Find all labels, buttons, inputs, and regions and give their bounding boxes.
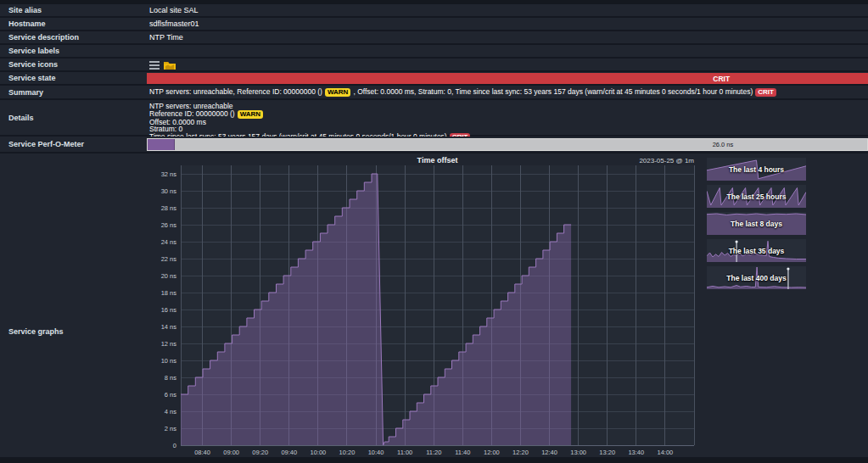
svg-text:08:40: 08:40 bbox=[194, 449, 210, 456]
svg-text:4 ns: 4 ns bbox=[165, 408, 176, 416]
row-summary: Summary NTP servers: unreachable, Refere… bbox=[0, 86, 868, 100]
svg-text:12:00: 12:00 bbox=[484, 449, 500, 456]
row-site-alias: Site alias Local site SAL bbox=[0, 4, 868, 18]
perf-o-meter-value: 26.0 ns bbox=[713, 139, 734, 150]
svg-text:11:00: 11:00 bbox=[397, 449, 412, 456]
svg-text:13:40: 13:40 bbox=[628, 449, 644, 456]
chart-date-range: 2023-05-25 @ 1m bbox=[639, 157, 694, 165]
folder-icon[interactable] bbox=[164, 60, 176, 70]
warn-badge: WARN bbox=[325, 88, 350, 97]
row-service-graphs: Service graphs Time offset 2023-05-25 @ … bbox=[0, 153, 868, 459]
svg-text:22 ns: 22 ns bbox=[161, 255, 177, 263]
thumbnail-last-25-hours[interactable]: The last 25 hours bbox=[707, 185, 806, 208]
svg-text:13:00: 13:00 bbox=[570, 449, 586, 456]
thumbnail-last-4-hours[interactable]: The last 4 hours bbox=[707, 158, 806, 181]
row-hostname: Hostname sdflsfmaster01 bbox=[0, 18, 868, 31]
hostname-value: sdflsfmaster01 bbox=[149, 18, 866, 30]
row-perfometer: Service Perf-O-Meter 26.0 ns bbox=[0, 137, 868, 153]
svg-text:12:20: 12:20 bbox=[512, 449, 529, 456]
svg-text:2 ns: 2 ns bbox=[165, 425, 176, 432]
row-service-labels: Service labels bbox=[0, 45, 868, 59]
svg-text:09:00: 09:00 bbox=[223, 449, 239, 456]
service-state-label: Service state bbox=[8, 72, 56, 84]
svg-text:18 ns: 18 ns bbox=[161, 289, 177, 297]
perf-o-meter-fill bbox=[148, 139, 175, 150]
service-labels-value bbox=[149, 45, 866, 57]
details-line: Offset: 0.0000 ms bbox=[149, 119, 473, 126]
svg-text:10:40: 10:40 bbox=[368, 449, 384, 456]
details-label: Details bbox=[8, 100, 34, 135]
svg-text:09:20: 09:20 bbox=[252, 449, 268, 456]
svg-text:14:00: 14:00 bbox=[658, 449, 674, 456]
summary-label: Summary bbox=[8, 86, 43, 98]
row-service-state: Service state CRIT bbox=[0, 72, 868, 86]
crit-badge: CRIT bbox=[755, 88, 776, 97]
details-text: NTP servers: unreachable Reference ID: 0… bbox=[149, 100, 473, 142]
warn-badge: WARN bbox=[238, 110, 263, 119]
service-description-value: NTP Time bbox=[149, 31, 866, 43]
svg-text:13:20: 13:20 bbox=[599, 449, 615, 456]
perf-o-meter[interactable]: 26.0 ns bbox=[147, 138, 868, 151]
svg-text:0: 0 bbox=[173, 442, 176, 449]
svg-text:10 ns: 10 ns bbox=[161, 357, 177, 365]
svg-text:6 ns: 6 ns bbox=[165, 391, 176, 399]
service-labels-label: Service labels bbox=[8, 45, 59, 57]
chart-title: Time offset bbox=[181, 156, 694, 165]
svg-text:24 ns: 24 ns bbox=[161, 238, 177, 246]
row-service-description: Service description NTP Time bbox=[0, 31, 868, 45]
row-service-icons: Service icons bbox=[0, 59, 868, 72]
svg-text:12:40: 12:40 bbox=[541, 449, 557, 456]
perfometer-label: Service Perf-O-Meter bbox=[8, 137, 84, 152]
hostname-label: Hostname bbox=[8, 18, 46, 30]
svg-text:32 ns: 32 ns bbox=[161, 170, 177, 178]
svg-text:30 ns: 30 ns bbox=[161, 187, 177, 195]
svg-text:8 ns: 8 ns bbox=[165, 374, 176, 382]
svg-text:10:20: 10:20 bbox=[339, 449, 356, 456]
time-offset-graph[interactable]: Time offset 2023-05-25 @ 1m 02 ns4 ns6 n… bbox=[147, 153, 705, 459]
graph-timerange-selector: The last 4 hours The last 25 hours The l… bbox=[707, 153, 806, 459]
svg-text:16 ns: 16 ns bbox=[161, 306, 177, 314]
menu-icon[interactable] bbox=[149, 60, 160, 70]
service-state-value: CRIT bbox=[713, 73, 730, 84]
thumbnail-last-35-days[interactable]: The last 35 days bbox=[707, 239, 806, 262]
summary-text: NTP servers: unreachable, Reference ID: … bbox=[149, 87, 779, 97]
svg-text:11:20: 11:20 bbox=[426, 449, 441, 456]
thumbnail-last-8-days[interactable]: The last 8 days bbox=[707, 212, 806, 235]
service-icons-label: Service icons bbox=[8, 59, 58, 70]
svg-text:26 ns: 26 ns bbox=[161, 221, 177, 229]
site-alias-label: Site alias bbox=[8, 4, 42, 16]
svg-text:12 ns: 12 ns bbox=[161, 340, 177, 348]
svg-text:14 ns: 14 ns bbox=[161, 323, 177, 331]
svg-text:20 ns: 20 ns bbox=[161, 272, 177, 280]
svg-text:11:40: 11:40 bbox=[455, 449, 470, 456]
service-description-label: Service description bbox=[8, 31, 79, 43]
thumbnail-last-400-days[interactable]: The last 400 days bbox=[707, 266, 806, 289]
service-state-bar: CRIT bbox=[147, 73, 868, 84]
svg-text:28 ns: 28 ns bbox=[161, 204, 177, 212]
site-alias-value: Local site SAL bbox=[149, 4, 866, 16]
time-offset-plot[interactable]: 02 ns4 ns6 ns8 ns10 ns12 ns14 ns16 ns18 … bbox=[147, 153, 705, 459]
svg-text:09:40: 09:40 bbox=[281, 449, 297, 456]
svg-text:10:00: 10:00 bbox=[311, 449, 327, 456]
service-graphs-label: Service graphs bbox=[8, 153, 64, 457]
row-details: Details NTP servers: unreachable Referen… bbox=[0, 100, 868, 137]
